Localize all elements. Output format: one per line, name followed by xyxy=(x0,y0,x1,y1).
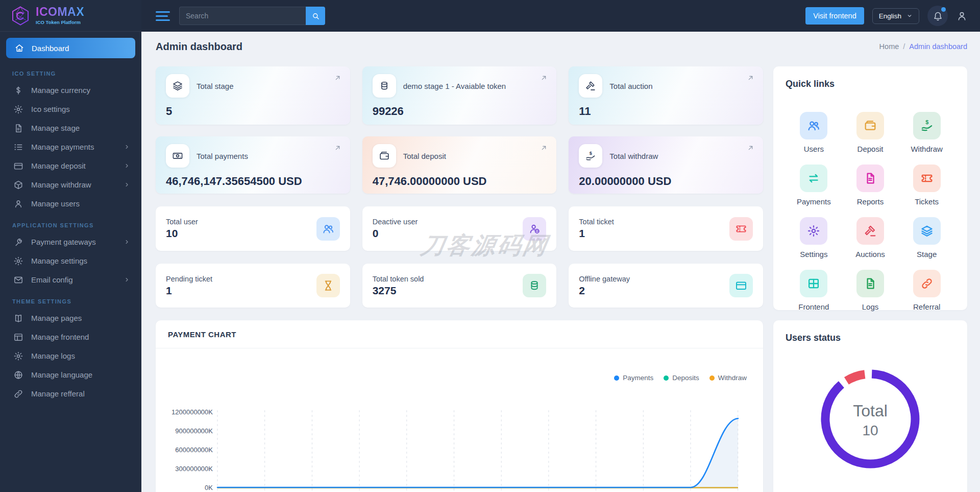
sidebar-item-manage-stage[interactable]: Manage stage xyxy=(0,119,141,137)
quick-link-logs[interactable]: Logs xyxy=(842,267,899,314)
mini-card-total-token-sold: Total token sold 3275 xyxy=(362,264,557,308)
user-minus-icon xyxy=(523,217,546,241)
main-content: 刀客源码网 Admin dashboard Home / Admin dashb… xyxy=(141,32,980,492)
quick-link-frontend[interactable]: Frontend xyxy=(786,267,842,314)
sidebar-item-manage-language[interactable]: Manage language xyxy=(0,365,141,384)
payment-chart-panel: PAYMENT CHART Payments Deposits Withdraw xyxy=(156,320,763,492)
breadcrumb-current: Admin dashboard xyxy=(909,42,967,51)
quick-link-withdraw[interactable]: Withdraw xyxy=(898,109,955,156)
stat-value: 11 xyxy=(579,105,753,118)
profile-button[interactable] xyxy=(956,10,968,22)
mini-card-total-ticket: Total ticket 1 xyxy=(569,206,763,251)
stat-card-total-auction[interactable]: Total auction 11 xyxy=(569,66,763,125)
quick-link-users[interactable]: Users xyxy=(786,109,842,156)
chevron-right-icon xyxy=(124,144,130,150)
sidebar-item-manage-payments[interactable]: Manage payments xyxy=(0,137,141,156)
svg-text:300000000K: 300000000K xyxy=(175,465,213,473)
stat-card-total-deposit[interactable]: Total deposit 47,746.00000000 USD xyxy=(362,136,557,194)
donut-center-value: 10 xyxy=(862,423,878,439)
sidebar-item-manage-frontend[interactable]: Manage frontend xyxy=(0,327,141,346)
users-status-donut-chart: Total 10 xyxy=(813,362,927,478)
legend-payments[interactable]: Payments xyxy=(614,374,653,382)
payment-chart-title: PAYMENT CHART xyxy=(168,330,236,339)
search-box xyxy=(179,7,325,25)
sidebar-item-manage-refferal[interactable]: Manage refferal xyxy=(0,384,141,403)
mini-card-offline-gateway: Offline gateway 2 xyxy=(569,264,763,308)
globe-icon xyxy=(13,370,23,380)
book-icon xyxy=(13,313,23,323)
stat-card-total-stage[interactable]: Total stage 5 xyxy=(156,66,350,125)
search-button[interactable] xyxy=(306,7,325,25)
stat-card-available-token[interactable]: demo stage 1 - Avaiable token 99226 xyxy=(362,66,557,125)
legend-withdraw[interactable]: Withdraw xyxy=(709,374,747,382)
sidebar-item-payment-gateways[interactable]: Payment gateways xyxy=(0,232,141,251)
stat-value: 5 xyxy=(166,105,340,118)
sidebar-item-ico-settings[interactable]: Ico settings xyxy=(0,100,141,119)
users-icon xyxy=(800,112,827,139)
gear-icon xyxy=(13,104,23,114)
quick-link-stage[interactable]: Stage xyxy=(898,214,955,262)
file-icon xyxy=(856,165,884,192)
quick-links-panel: Quick links Users Deposit Withdraw xyxy=(773,66,967,310)
quick-link-referral[interactable]: Referral xyxy=(898,267,955,314)
sidebar-item-manage-deposit[interactable]: Manage deposit xyxy=(0,156,141,175)
sidebar-item-manage-logs[interactable]: Manage logs xyxy=(0,346,141,365)
mini-card-deactive-user: Deactive user 0 xyxy=(362,206,557,251)
svg-text:600000000K: 600000000K xyxy=(175,446,213,454)
breadcrumb-home-link[interactable]: Home xyxy=(879,42,899,51)
quick-link-reports[interactable]: Reports xyxy=(842,161,899,209)
user-icon xyxy=(956,10,968,22)
quick-link-auctions[interactable]: Auctions xyxy=(842,214,899,262)
chevron-right-icon xyxy=(124,276,130,283)
sidebar-item-manage-settings[interactable]: Manage settings xyxy=(0,251,141,270)
sidebar-item-manage-withdraw[interactable]: Manage withdraw xyxy=(0,175,141,194)
brand-tagline: ICO Token Platform xyxy=(36,19,84,25)
wallet-icon xyxy=(856,112,884,139)
chevron-right-icon xyxy=(124,181,130,188)
gavel-icon xyxy=(856,217,884,245)
sidebar-item-email-config[interactable]: Email config xyxy=(0,270,141,289)
sidebar-item-dashboard[interactable]: Dashboard xyxy=(6,38,135,58)
stat-card-total-withdraw[interactable]: Total withdraw 20.00000000 USD xyxy=(569,136,763,194)
quick-link-settings[interactable]: Settings xyxy=(786,214,842,262)
chevron-right-icon xyxy=(124,239,130,245)
money-icon xyxy=(166,144,189,168)
chevron-right-icon xyxy=(124,162,130,169)
donut-center-label: Total xyxy=(853,402,888,420)
link-icon xyxy=(13,389,23,399)
svg-text:0K: 0K xyxy=(205,484,213,491)
sidebar-item-manage-users[interactable]: Manage users xyxy=(0,194,141,213)
sidebar-item-manage-currency[interactable]: Manage currency xyxy=(0,81,141,100)
grid-icon xyxy=(800,270,827,297)
arrow-up-right-icon xyxy=(333,74,342,82)
language-select[interactable]: English xyxy=(872,8,919,24)
gear-icon xyxy=(13,351,23,361)
sidebar-item-manage-pages[interactable]: Manage pages xyxy=(0,309,141,327)
hamburger-menu-icon[interactable] xyxy=(156,11,170,21)
hourglass-icon xyxy=(316,274,340,297)
quick-link-deposit[interactable]: Deposit xyxy=(842,109,899,156)
legend-deposits[interactable]: Deposits xyxy=(664,374,699,382)
arrow-up-right-icon xyxy=(540,74,548,82)
file-icon xyxy=(856,270,884,297)
svg-text:1200000000K: 1200000000K xyxy=(172,408,213,416)
visit-frontend-button[interactable]: Visit frontend xyxy=(805,7,864,25)
brand-name: ICOMAX xyxy=(36,6,84,18)
quick-link-payments[interactable]: Payments xyxy=(786,161,842,209)
user-icon xyxy=(13,199,23,209)
sidebar-section-theme-settings: THEME SETTINGS xyxy=(0,289,141,309)
card-icon xyxy=(729,274,753,297)
arrow-up-right-icon xyxy=(746,74,755,82)
notifications-button[interactable] xyxy=(927,6,948,26)
layers-icon xyxy=(166,74,189,98)
brand[interactable]: ICOMAX ICO Token Platform xyxy=(0,0,141,32)
quick-link-tickets[interactable]: Tickets xyxy=(898,161,955,209)
users-icon xyxy=(316,217,340,241)
hand-dollar-icon xyxy=(579,144,602,168)
search-input[interactable] xyxy=(179,7,306,25)
quick-links-title: Quick links xyxy=(786,79,955,89)
arrow-up-right-icon xyxy=(746,144,755,152)
wallet-icon xyxy=(373,144,396,168)
stat-card-total-payments[interactable]: Total payments 46,746,147.35654500 USD xyxy=(156,136,350,194)
link-icon xyxy=(913,270,941,297)
